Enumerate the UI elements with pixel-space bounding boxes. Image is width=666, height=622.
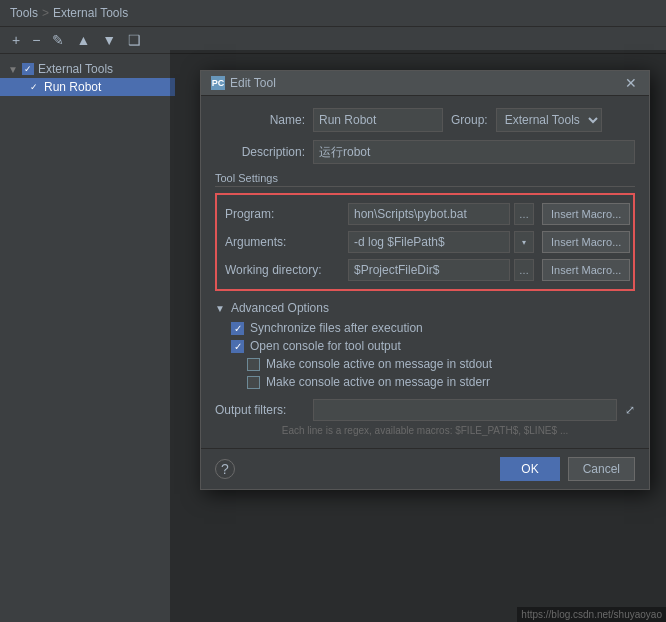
macro-hint: Each line is a regex, available macros: … bbox=[215, 425, 635, 436]
advanced-section: ▼ Advanced Options ✓ Synchronize files a… bbox=[215, 301, 635, 389]
ide-background: Tools > External Tools + − ✎ ▲ ▼ ❑ ▼ ✓ E… bbox=[0, 0, 666, 622]
copy-button[interactable]: ❑ bbox=[124, 31, 145, 49]
open-console-checkbox[interactable]: ✓ bbox=[231, 340, 244, 353]
watermark: https://blog.csdn.net/shuyaoyao bbox=[517, 607, 666, 622]
dialog-footer: ? OK Cancel bbox=[201, 448, 649, 489]
pc-icon: PC bbox=[211, 76, 225, 90]
program-input[interactable] bbox=[348, 203, 510, 225]
working-dir-input[interactable] bbox=[348, 259, 510, 281]
remove-button[interactable]: − bbox=[28, 31, 44, 49]
working-dir-label: Working directory: bbox=[225, 263, 340, 277]
advanced-options-body: ✓ Synchronize files after execution ✓ Op… bbox=[215, 321, 635, 389]
ok-button[interactable]: OK bbox=[500, 457, 559, 481]
arguments-label: Arguments: bbox=[225, 235, 340, 249]
edit-tool-dialog: PC Edit Tool ✕ Name: Group: External Too… bbox=[200, 70, 650, 490]
advanced-options-label: Advanced Options bbox=[231, 301, 329, 315]
sync-files-label: Synchronize files after execution bbox=[250, 321, 423, 335]
tree-item-external-tools[interactable]: ▼ ✓ External Tools bbox=[0, 60, 175, 78]
program-row: Program: … Insert Macro... bbox=[225, 203, 625, 225]
breadcrumb-external-tools: External Tools bbox=[53, 6, 128, 20]
tree-item-run-robot[interactable]: ✓ Run Robot bbox=[0, 78, 175, 96]
sync-files-checkbox[interactable]: ✓ bbox=[231, 322, 244, 335]
move-up-button[interactable]: ▲ bbox=[72, 31, 94, 49]
make-active-stderr-row[interactable]: Make console active on message in stderr bbox=[231, 375, 635, 389]
open-console-label: Open console for tool output bbox=[250, 339, 401, 353]
working-dir-browse-button[interactable]: … bbox=[514, 259, 534, 281]
working-dir-insert-macro-button[interactable]: Insert Macro... bbox=[542, 259, 630, 281]
dialog-title-bar: PC Edit Tool ✕ bbox=[201, 71, 649, 96]
group-label: Group: bbox=[451, 113, 488, 127]
arguments-input-wrap: ▾ bbox=[348, 231, 534, 253]
name-input[interactable] bbox=[313, 108, 443, 132]
arguments-expand-button[interactable]: ▾ bbox=[514, 231, 534, 253]
program-browse-button[interactable]: … bbox=[514, 203, 534, 225]
tool-settings-box: Program: … Insert Macro... Arguments: ▾ bbox=[215, 193, 635, 291]
open-console-row[interactable]: ✓ Open console for tool output bbox=[231, 339, 635, 353]
external-tools-label: External Tools bbox=[38, 62, 113, 76]
add-button[interactable]: + bbox=[8, 31, 24, 49]
output-filters-expand-button[interactable]: ⤢ bbox=[625, 403, 635, 417]
run-robot-checkbox[interactable]: ✓ bbox=[28, 81, 40, 93]
dialog-overlay: PC Edit Tool ✕ Name: Group: External Too… bbox=[170, 50, 666, 622]
program-insert-macro-button[interactable]: Insert Macro... bbox=[542, 203, 630, 225]
program-label: Program: bbox=[225, 207, 340, 221]
arguments-row: Arguments: ▾ Insert Macro... bbox=[225, 231, 625, 253]
advanced-options-header[interactable]: ▼ Advanced Options bbox=[215, 301, 635, 315]
name-group-row: Name: Group: External Tools bbox=[215, 108, 635, 132]
working-dir-row: Working directory: … Insert Macro... bbox=[225, 259, 625, 281]
run-robot-label: Run Robot bbox=[44, 80, 101, 94]
breadcrumb: Tools > External Tools bbox=[10, 6, 128, 20]
description-input[interactable] bbox=[313, 140, 635, 164]
output-filters-row: Output filters: ⤢ bbox=[215, 399, 635, 421]
make-active-stdout-checkbox[interactable] bbox=[247, 358, 260, 371]
sync-files-row[interactable]: ✓ Synchronize files after execution bbox=[231, 321, 635, 335]
working-dir-input-wrap: … bbox=[348, 259, 534, 281]
top-bar: Tools > External Tools bbox=[0, 0, 666, 27]
advanced-arrow-icon: ▼ bbox=[215, 303, 225, 314]
external-tools-checkbox[interactable]: ✓ bbox=[22, 63, 34, 75]
close-button[interactable]: ✕ bbox=[623, 76, 639, 90]
make-active-stderr-label: Make console active on message in stderr bbox=[266, 375, 490, 389]
breadcrumb-sep: > bbox=[42, 6, 49, 20]
program-input-wrap: … bbox=[348, 203, 534, 225]
tool-settings-section-label: Tool Settings bbox=[215, 172, 635, 187]
help-button[interactable]: ? bbox=[215, 459, 235, 479]
tree-panel: ▼ ✓ External Tools ✓ Run Robot bbox=[0, 56, 175, 622]
dialog-title: Edit Tool bbox=[230, 76, 276, 90]
make-active-stdout-row[interactable]: Make console active on message in stdout bbox=[231, 357, 635, 371]
output-filters-label: Output filters: bbox=[215, 403, 305, 417]
description-label: Description: bbox=[215, 145, 305, 159]
name-label: Name: bbox=[215, 113, 305, 127]
cancel-button[interactable]: Cancel bbox=[568, 457, 635, 481]
make-active-stdout-label: Make console active on message in stdout bbox=[266, 357, 492, 371]
move-down-button[interactable]: ▼ bbox=[98, 31, 120, 49]
breadcrumb-tools: Tools bbox=[10, 6, 38, 20]
description-row: Description: bbox=[215, 140, 635, 164]
output-filters-input[interactable] bbox=[313, 399, 617, 421]
arguments-insert-macro-button[interactable]: Insert Macro... bbox=[542, 231, 630, 253]
edit-button[interactable]: ✎ bbox=[48, 31, 68, 49]
tree-arrow-icon: ▼ bbox=[8, 64, 18, 75]
dialog-body: Name: Group: External Tools Description:… bbox=[201, 96, 649, 448]
group-select[interactable]: External Tools bbox=[496, 108, 602, 132]
footer-buttons: OK Cancel bbox=[500, 457, 635, 481]
make-active-stderr-checkbox[interactable] bbox=[247, 376, 260, 389]
arguments-input[interactable] bbox=[348, 231, 510, 253]
